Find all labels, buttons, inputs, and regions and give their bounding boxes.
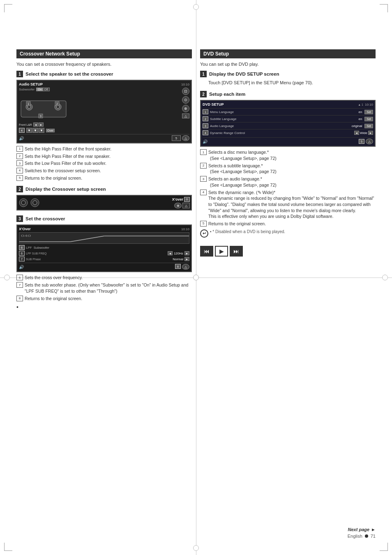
playback-back-icon: ⏮ [204,248,210,254]
audio-screen-body: Subwoofer On Off [19,88,189,133]
dvd-setup-screen: DVD SETUP ▲ 1 10:10 1 Menu Language en S… [200,100,376,147]
crossover-step3-label: Set the crossover [25,216,65,221]
dvd-step2-label: Setup each item [209,92,245,97]
svg-text:1: 1 [28,102,29,105]
corner-mark-tr [380,4,388,12]
dvd-screen-title-right: ▲ 1 10:10 [358,103,373,106]
icon-3-glyph: ⊕ [184,106,187,111]
page-language: English [348,534,362,539]
corner-mark-tl [4,4,12,12]
dvd-step1-header: 1 Display the DVD SETUP screen [200,71,376,77]
playback-btn-back[interactable]: ⏮ [200,246,213,257]
screen-icon-bottom-glyph: △ [184,136,187,140]
crossover-step3-header: 3 Set the crossover [16,215,192,222]
xover-vol-icon: 🔊 [19,265,24,269]
dvd-row-4-value: Wide [360,131,367,135]
nav-btn-2[interactable]: ▼ [32,128,38,133]
phase-value: Normal [173,257,183,261]
front-arrow-left[interactable]: ◄ [33,123,38,127]
next-page-label: Next page ► [348,527,376,532]
dvd-badge-5: 5 [359,139,364,144]
svg-text:3: 3 [40,115,42,118]
playback-play-icon: ▶ [219,248,224,254]
playback-btn-play[interactable]: ▶ [215,246,228,257]
lpf-sub-freq-label: LPF SUB FREQ [26,252,47,255]
screen-btn-5[interactable]: 5 [172,135,181,141]
dvd-step2-list: 1 Selects a disc menu language.*(See <La… [200,149,376,227]
volume-control: 🔊 [19,136,24,141]
audio-setup-screen: Audio SETUP 10:10 Subwoofer On Off [16,80,192,143]
crossover-step3-item-6: 6 Sets the cross over frequency. [16,275,192,281]
dvd-row-4: 4 Dynamic Range Control ◄ Wide ► [203,129,373,136]
off-label: Off [43,88,49,91]
dvd-section-header: DVD Setup [200,49,376,58]
lpf-sub-badge: 6 [19,251,25,256]
dvd-row-4-arrow-right[interactable]: ► [368,131,373,135]
nav-btn-3[interactable]: ▼ [39,128,44,133]
xover-icon: ⊙ [184,197,190,202]
xover-vol-glyph: 🔊 [19,265,24,269]
dvd-step2: 2 Setup each item DVD SETUP ▲ 1 10:10 [200,91,376,237]
icon-1: ⊡ [182,88,189,95]
right-icons: ⊡ ⊙ ⊕ △ [182,88,189,133]
dvd-row-1-set-btn[interactable]: Set [364,110,373,114]
subwoofer-lpf-label: Subwoofer [34,246,49,250]
dvd-step2-item-2: 2 Selects a subtitle language.*(See <Lan… [200,163,376,175]
dvd-step2-item-5: 5 Returns to the original screen. [200,221,376,227]
bottom-registration-mark [193,545,199,551]
dvd-row-3: 3 Audio Language original Set [203,122,373,129]
svg-text:2: 2 [56,102,58,105]
dvd-screen-page: ▲ 1 [358,103,363,106]
freq-arrow-left[interactable]: ◄ [168,251,173,255]
front-arrow-right[interactable]: ► [39,123,44,127]
main-content: Crossover Network Setup You can set a cr… [16,49,376,315]
crossover-step1-item-4: 4 Switches to the crossover setup screen… [16,168,192,174]
dvd-row-2-num: 2 [203,116,208,121]
front-lr-label: Front L&R [19,123,32,126]
lpf-badge: 6 [19,245,25,250]
icon-3: ⊕ [182,105,189,112]
icon-4-glyph: △ [184,114,187,118]
note-icon-glyph: ↩ [203,231,206,236]
dvd-row-1-label: Menu Language [210,110,359,114]
icon-4: △ [182,113,189,118]
dvd-row-3-set-btn[interactable]: Set [364,124,373,128]
left-column: Crossover Network Setup You can set a cr… [16,49,192,315]
front-arrows: ◄ ► [33,123,44,127]
small-screen-left [18,198,40,208]
subwoofer-label: Subwoofer [19,88,35,91]
playback-btn-forward[interactable]: ⏭ [230,246,243,257]
dvd-screen-time: 10:10 [365,103,373,106]
dvd-row-4-arrows: ◄ Wide ► [354,131,373,135]
dvd-bottom-buttons: 5 △ [359,139,373,144]
dvd-row-2-set-btn[interactable]: Set [364,117,373,121]
bottom-controls-row: 4 ▼ ▼ ▼ Over [19,128,180,133]
phase-arrow-right[interactable]: ► [184,257,189,261]
note-icon: ↩ [200,229,208,238]
dvd-step2-item-3: 3 Selects an audio language.*(See <Langu… [200,176,376,188]
xover-title-row: X'Over 10:10 [19,227,189,231]
lpf-label: LPF [26,246,32,250]
xover-bottom-nav: 🔊 8 △ [19,263,189,270]
right-registration-mark [382,275,388,280]
dvd-screen-titlebar: DVD SETUP ▲ 1 10:10 [203,102,373,106]
freq-arrow-right[interactable]: ► [184,251,189,255]
audio-screen-controls: Subwoofer On Off [19,88,180,133]
dvd-step1-label: Display the DVD SETUP screen [209,72,279,76]
crossover-intro: You can set a crossover frequency of spe… [16,62,192,67]
over-label: Over [46,129,55,132]
icon-2: ⊙ [182,96,189,104]
lpf-row: 6 LPF Subwoofer [19,245,189,250]
screen-bottom-buttons: 5 △ [172,135,189,141]
crossover-small-screen: X'over ⊙ ⊕ △ [16,195,192,210]
speaker-icon-small-2 [30,198,40,208]
dvd-vol-icon: 🔊 [203,139,208,144]
nav-btn-1[interactable]: ▼ [26,128,32,133]
crossover-step1-item-1: 1 Sets the High Pass Filter of the front… [16,146,192,152]
dvd-row-4-arrow-left[interactable]: ◄ [354,131,359,135]
dvd-row-2: 2 Subtitle Language en Set [203,115,373,122]
badge-4: 4 [19,128,25,133]
xover-bottom-buttons: 8 △ [175,264,189,270]
crossover-step1-item-5: 5 Returns to the original screen. [16,175,192,181]
sub-phase-badge: 7 [19,257,25,261]
